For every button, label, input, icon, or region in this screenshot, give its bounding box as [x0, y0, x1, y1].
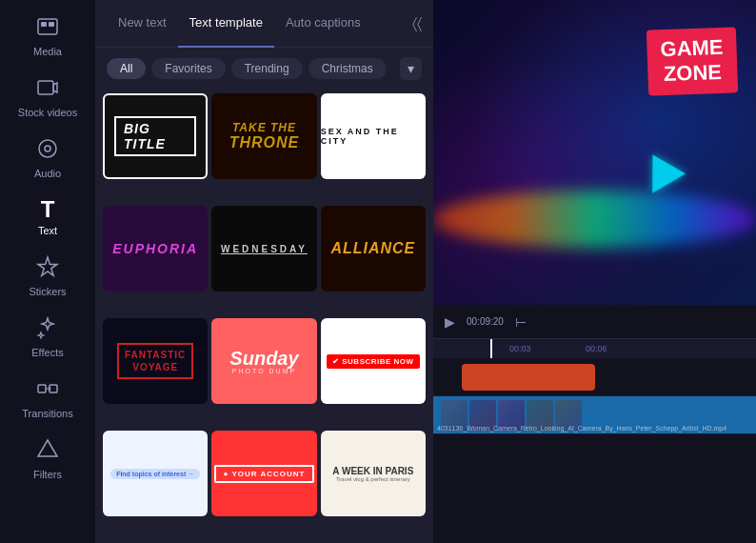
sidebar-item-media-label: Media	[33, 46, 62, 57]
sidebar-item-stickers-label: Stickers	[29, 286, 66, 297]
tab-bar: New text Text template Auto captions 〈〈	[95, 0, 433, 48]
keyboard-glow	[433, 191, 756, 248]
sidebar: Media Stock videos Audio T Text Sticker	[0, 0, 95, 543]
audio-icon	[36, 137, 59, 164]
timeline-controls: ▶ 00:09:20 ⊢	[433, 305, 756, 339]
timeline-timecode: 00:09:20	[467, 316, 504, 327]
svg-rect-3	[38, 81, 53, 94]
template-subscribe[interactable]: ✔ SUBSCRIBE NOW	[321, 318, 426, 404]
svg-point-4	[39, 140, 56, 157]
filter-favorites[interactable]: Favorites	[151, 58, 225, 79]
timeline-tracks: 4031136_Woman_Camera_Retro_Looking_At_Ca…	[433, 358, 756, 543]
timeline-playhead	[490, 339, 492, 358]
video-preview: GAME ZONE	[433, 0, 756, 305]
template-alliance[interactable]: ALLIANCE	[321, 206, 426, 292]
text-clip[interactable]	[462, 364, 595, 391]
template-euphoria[interactable]: EUPHORIA	[103, 206, 208, 292]
filters-icon	[36, 438, 59, 465]
tab-text-template[interactable]: Text template	[178, 0, 274, 48]
template-fantastic-voyage[interactable]: FANTASTICVOYAGE	[103, 318, 208, 404]
text-icon: T	[41, 198, 55, 221]
sidebar-item-text[interactable]: T Text	[6, 191, 90, 244]
sidebar-item-effects[interactable]: Effects	[6, 309, 90, 366]
ruler-mark-1: 00:03	[509, 344, 531, 353]
sidebar-item-filters-label: Filters	[33, 469, 62, 480]
template-sex-city[interactable]: SEX AND THE CITY	[321, 93, 426, 179]
effects-icon	[36, 316, 59, 343]
stickers-icon	[36, 255, 59, 282]
timeline: ▶ 00:09:20 ⊢ 00:03 00:06	[433, 305, 756, 543]
text-template-panel: New text Text template Auto captions 〈〈 …	[95, 0, 433, 543]
template-big-title[interactable]: BIG TITLE	[103, 93, 208, 179]
sidebar-item-media[interactable]: Media	[6, 8, 90, 65]
sidebar-item-audio[interactable]: Audio	[6, 130, 90, 187]
sidebar-item-stickers[interactable]: Stickers	[6, 248, 90, 305]
template-paris[interactable]: A WEEK IN PARIS Travel vlog & perfect it…	[321, 431, 426, 516]
timeline-play-button[interactable]: ▶	[441, 312, 459, 332]
template-wednesday[interactable]: WEDNESDAY	[211, 206, 316, 292]
filter-trending[interactable]: Trending	[231, 58, 303, 79]
filter-bar: All Favorites Trending Christmas ▾	[95, 48, 433, 90]
media-icon	[36, 15, 59, 42]
template-topics[interactable]: Find topics of interest →	[103, 431, 208, 516]
sidebar-item-stock-videos[interactable]: Stock videos	[6, 69, 90, 126]
timeline-ruler: 00:03 00:06	[433, 339, 756, 358]
sidebar-item-filters[interactable]: Filters	[6, 431, 90, 488]
tab-new-text[interactable]: New text	[107, 0, 178, 48]
transitions-icon	[36, 377, 59, 404]
video-clip-label: 4031136_Woman_Camera_Retro_Looking_At_Ca…	[437, 425, 726, 432]
ruler-mark-2: 00:06	[586, 344, 607, 353]
sidebar-item-transitions-label: Transitions	[22, 408, 72, 419]
tab-auto-captions[interactable]: Auto captions	[274, 0, 372, 48]
templates-grid: BIG TITLE TAKE THE THRONE SEX AND THE CI…	[95, 90, 433, 543]
track-row-text	[433, 358, 756, 396]
svg-rect-6	[38, 385, 46, 392]
timeline-split-button[interactable]: ⊢	[511, 312, 530, 332]
filter-more-button[interactable]: ▾	[400, 57, 422, 80]
video-clip[interactable]: 4031136_Woman_Camera_Retro_Looking_At_Ca…	[433, 396, 756, 433]
filter-all[interactable]: All	[107, 58, 146, 79]
template-account[interactable]: ● YOUR ACCOUNT	[211, 431, 316, 516]
stock-videos-icon	[36, 76, 59, 103]
svg-rect-2	[49, 22, 54, 27]
svg-rect-0	[38, 19, 57, 34]
sidebar-item-transitions[interactable]: Transitions	[6, 370, 90, 427]
tabs-more-button[interactable]: 〈〈	[412, 15, 422, 32]
right-panel: GAME ZONE ▶ 00:09:20 ⊢ 00:03 00:06	[433, 0, 756, 543]
template-take-throne[interactable]: TAKE THE THRONE	[211, 93, 316, 179]
svg-rect-1	[41, 22, 47, 27]
game-zone-sign: GAME ZONE	[647, 27, 738, 95]
sidebar-item-audio-label: Audio	[34, 168, 61, 179]
svg-point-5	[45, 146, 50, 151]
sidebar-item-stock-label: Stock videos	[18, 107, 77, 118]
sidebar-item-effects-label: Effects	[31, 347, 63, 358]
track-row-video: 4031136_Woman_Camera_Retro_Looking_At_Ca…	[433, 396, 756, 434]
sidebar-item-text-label: Text	[38, 225, 57, 236]
filter-christmas[interactable]: Christmas	[308, 58, 387, 79]
template-sunday[interactable]: Sunday PHOTO DUMP	[211, 318, 316, 404]
